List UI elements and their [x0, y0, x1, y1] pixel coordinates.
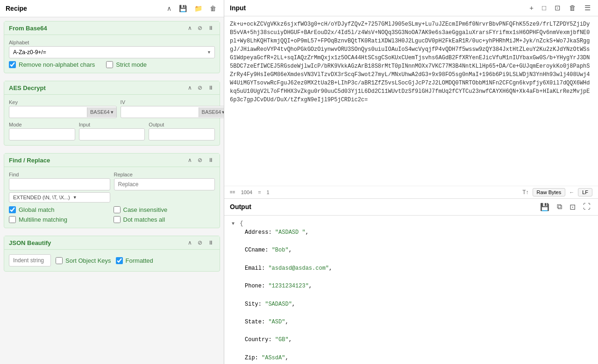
fr-up-icon[interactable]: ∧: [186, 156, 193, 164]
sort-keys-checkbox[interactable]: [56, 257, 63, 264]
mode-input-output-row: Mode CBC Input Raw Output Raw: [9, 122, 215, 140]
aes-disable-icon[interactable]: ⊘: [196, 84, 204, 91]
fold-arrow[interactable]: ▼: [230, 220, 236, 227]
char-count: 1004: [241, 189, 252, 195]
disable-icon[interactable]: ⊘: [196, 24, 204, 32]
find-replace-checkboxes: Global match Case insensitive Multiline …: [9, 206, 215, 223]
find-label: Find: [9, 172, 110, 177]
formatted-checkbox[interactable]: [116, 257, 123, 264]
replace-input[interactable]: [114, 178, 215, 190]
address-key: Address: [245, 229, 268, 236]
formatted-label: Formatted: [126, 257, 153, 264]
jb-section-icons: ∧ ⊘ ⏸: [186, 239, 215, 246]
remove-non-alpha-checkbox[interactable]: [9, 61, 16, 68]
global-match-label: Global match: [19, 206, 55, 213]
multiline-checkbox[interactable]: [9, 216, 16, 223]
from-base64-title: From Base64: [9, 25, 186, 32]
input-paste-icon[interactable]: ⊡: [553, 3, 562, 13]
input-delete-icon[interactable]: 🗑: [567, 3, 578, 13]
address-val: "ASDASD ": [275, 229, 306, 236]
find-options-dropdown[interactable]: EXTENDED (\N, \T, \X...): [9, 192, 110, 203]
iv-encoding-badge[interactable]: BASE64 ▾: [199, 107, 224, 117]
aes-decrypt-header: AES Decrypt ∧ ⊘ ⏸: [4, 81, 220, 95]
lf-button[interactable]: LF: [578, 188, 592, 196]
output-panel-title: Output: [230, 203, 538, 210]
jb-pause-icon[interactable]: ⏸: [206, 239, 215, 246]
key-encoding-badge[interactable]: BASE64 ▾: [87, 107, 116, 117]
jb-up-icon[interactable]: ∧: [186, 239, 193, 246]
case-insensitive-checkbox[interactable]: [114, 206, 121, 213]
state-key: State: [245, 319, 262, 325]
ccname-val: "Bob": [272, 247, 289, 253]
aes-decrypt-section: AES Decrypt ∧ ⊘ ⏸ Key bQLL0YD5k... BASE6…: [4, 81, 220, 146]
raw-bytes-button[interactable]: Raw Bytes: [533, 188, 566, 196]
folder-icon[interactable]: 📁: [192, 4, 204, 13]
email-val: "asdasd@asdas.com": [268, 265, 329, 272]
multiline-checkbox-label[interactable]: Multiline matching: [9, 216, 111, 223]
fr-pause-icon[interactable]: ⏸: [206, 156, 215, 164]
fr-disable-icon[interactable]: ⊘: [196, 156, 204, 164]
global-match-checkbox-label[interactable]: Global match: [9, 206, 111, 213]
collapse-icon[interactable]: ∧: [165, 4, 173, 13]
input-menu-icon[interactable]: ☰: [583, 3, 592, 13]
aes-pause-icon[interactable]: ⏸: [206, 84, 215, 91]
zip-val: "ASsdA": [262, 355, 285, 361]
jb-disable-icon[interactable]: ⊘: [196, 239, 204, 246]
input-copy-icon[interactable]: □: [540, 3, 548, 13]
case-insensitive-checkbox-label[interactable]: Case insensitive: [114, 206, 215, 213]
output-save-icon[interactable]: 💾: [538, 202, 551, 212]
alphabet-select-wrapper[interactable]: A-Za-z0-9+/=: [9, 46, 215, 58]
delete-icon[interactable]: 🗑: [208, 4, 218, 13]
aes-output-field[interactable]: Raw: [149, 128, 215, 140]
strict-mode-checkbox-label[interactable]: Strict mode: [106, 61, 147, 68]
json-beautify-section: JSON Beautify ∧ ⊘ ⏸ Sort Object Keys For…: [4, 236, 220, 272]
alphabet-group: Alphabet A-Za-z0-9+/=: [9, 40, 215, 58]
strict-mode-checkbox[interactable]: [106, 61, 113, 68]
aes-decrypt-title: AES Decrypt: [9, 84, 186, 91]
output-copy-icon[interactable]: ⧉: [555, 202, 564, 212]
global-match-checkbox[interactable]: [9, 206, 16, 213]
dot-matches-checkbox-label[interactable]: Dot matches all: [114, 216, 215, 223]
output-upload-icon[interactable]: ⊡: [568, 202, 577, 212]
output-panel-icons: 💾 ⧉ ⊡ ⛶: [538, 202, 592, 212]
key-input[interactable]: bQLL0YD5k...: [9, 106, 87, 118]
pause-icon[interactable]: ⏸: [206, 24, 215, 32]
dot-matches-label: Dot matches all: [123, 216, 165, 223]
remove-non-alpha-checkbox-label[interactable]: Remove non-alphabet chars: [9, 61, 95, 68]
find-replace-title: Find / Replace: [9, 157, 186, 164]
sort-keys-checkbox-label[interactable]: Sort Object Keys: [56, 257, 111, 264]
replace-col: Replace: [114, 172, 215, 203]
up-icon[interactable]: ∧: [186, 24, 193, 32]
iv-group: IV ky5JrCBHv... BASE64 ▾: [121, 99, 224, 118]
find-replace-header: Find / Replace ∧ ⊘ ⏸: [4, 154, 220, 167]
from-base64-body: Alphabet A-Za-z0-9+/= Remove non-alphabe…: [4, 35, 220, 73]
key-iv-row: Key bQLL0YD5k... BASE64 ▾ IV ky5JrCBHv..…: [9, 99, 215, 118]
char-count-icon: ≡≡: [230, 189, 235, 195]
recipe-header: Recipe ∧ 💾 📁 🗑: [0, 0, 224, 17]
alphabet-label: Alphabet: [9, 40, 215, 45]
phone-val: "1231234123": [268, 283, 308, 289]
output-expand-icon[interactable]: ⛶: [581, 202, 592, 212]
tt-icon: T↑: [522, 189, 528, 196]
input-add-icon[interactable]: +: [527, 3, 535, 13]
input-content[interactable]: Zk+u+ockZCVgVKkz6sjxfWO3g0+cH/oYDJyfZQvZ…: [224, 16, 598, 186]
json-beautify-header: JSON Beautify ∧ ⊘ ⏸: [4, 236, 220, 250]
output-content: ▼ { Address: "ASDASD ", CCname: "Bob", E…: [224, 216, 598, 364]
aes-up-icon[interactable]: ∧: [186, 84, 193, 91]
save-icon[interactable]: 💾: [177, 4, 189, 13]
recipe-title: Recipe: [6, 5, 161, 12]
aes-input-field[interactable]: Raw: [79, 128, 145, 140]
find-replace-inputs: Find \00 EXTENDED (\N, \T, \X...) Replac…: [9, 172, 215, 203]
dot-matches-checkbox[interactable]: [114, 216, 121, 223]
indent-input[interactable]: [9, 254, 51, 266]
iv-input[interactable]: ky5JrCBHv...: [121, 106, 199, 118]
alphabet-select[interactable]: A-Za-z0-9+/=: [9, 46, 215, 58]
state-val: "ASD": [268, 319, 285, 325]
find-replace-section: Find / Replace ∧ ⊘ ⏸ Find \00 EXTENDED (…: [4, 153, 220, 228]
mode-input[interactable]: CBC: [9, 128, 75, 140]
formatted-checkbox-label[interactable]: Formatted: [116, 257, 153, 264]
find-input[interactable]: \00: [9, 178, 110, 190]
aes-input-group: Input Raw: [79, 122, 145, 140]
json-beautify-title: JSON Beautify: [9, 239, 186, 246]
aes-output-group: Output Raw: [149, 122, 215, 140]
